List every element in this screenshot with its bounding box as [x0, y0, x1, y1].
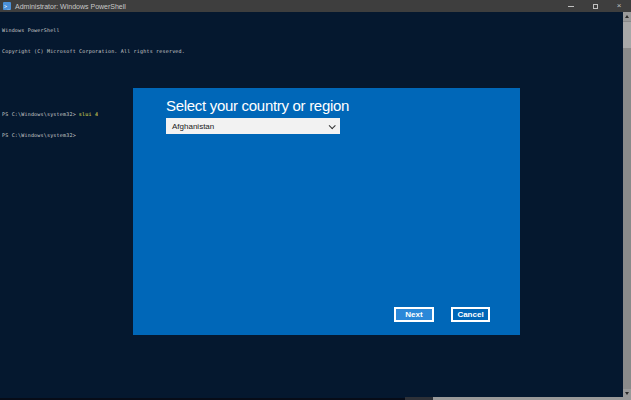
scrollbar-thumb[interactable]	[623, 22, 631, 48]
scroll-down-icon	[625, 392, 629, 395]
dialog-heading: Select your country or region	[166, 97, 349, 114]
powershell-icon: >_	[3, 2, 11, 10]
console-line: Copyright (C) Microsoft Corporation. All…	[2, 48, 602, 55]
maximize-button[interactable]	[583, 0, 607, 12]
window-titlebar: >_ Administrator: Windows PowerShell ×	[0, 0, 631, 12]
vertical-scrollbar[interactable]	[623, 12, 631, 400]
region-dialog: Select your country or region Afghanista…	[133, 88, 520, 335]
maximize-icon	[593, 4, 598, 9]
console-line: Windows PowerShell	[2, 27, 602, 34]
chevron-down-icon	[329, 122, 336, 129]
console-blank-line	[2, 69, 602, 76]
next-button[interactable]: Next	[394, 307, 434, 322]
minimize-icon	[568, 6, 574, 7]
prompt: PS C:\Windows\system32>	[2, 132, 76, 138]
powershell-window: >_ Administrator: Windows PowerShell × W…	[0, 0, 631, 400]
cancel-button[interactable]: Cancel	[451, 307, 490, 322]
command-text: slui 4	[79, 111, 98, 117]
dialog-button-row: Next Cancel	[133, 307, 520, 322]
close-button[interactable]: ×	[607, 0, 631, 12]
scroll-up-icon	[625, 15, 629, 18]
close-icon: ×	[617, 2, 622, 10]
window-controls: ×	[559, 0, 631, 12]
minimize-button[interactable]	[559, 0, 583, 12]
window-title: Administrator: Windows PowerShell	[15, 3, 126, 10]
scroll-up-button[interactable]	[623, 12, 631, 21]
prompt: PS C:\Windows\system32>	[2, 111, 76, 117]
country-dropdown[interactable]: Afghanistan	[166, 118, 340, 134]
country-dropdown-value: Afghanistan	[172, 122, 329, 131]
